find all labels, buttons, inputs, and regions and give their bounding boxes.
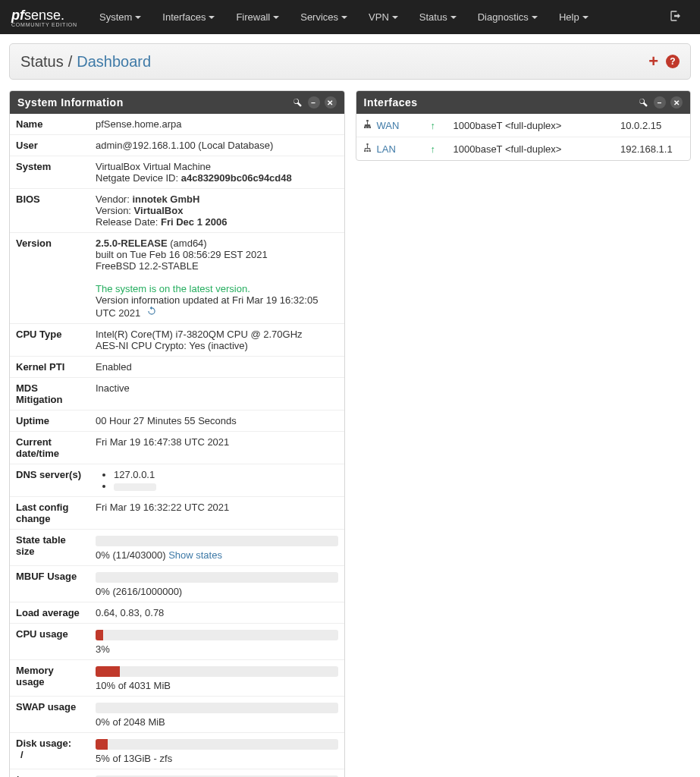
logo-pf: pf (11, 8, 24, 24)
help-icon[interactable]: ? (666, 55, 680, 68)
nav-vpn[interactable]: VPN (358, 0, 409, 34)
chevron-down-icon (450, 16, 457, 19)
iface-speed: 1000baseT <full-duplex> (447, 137, 615, 161)
chevron-down-icon (582, 16, 589, 19)
breadcrumb-page[interactable]: Dashboard (77, 53, 151, 71)
panel-title: Interfaces (364, 96, 638, 109)
nav-services[interactable]: Services (290, 0, 358, 34)
close-icon[interactable]: ✕ (670, 96, 683, 109)
iface-speed: 1000baseT <full-duplex> (447, 114, 615, 137)
minimize-icon[interactable]: − (308, 96, 320, 109)
chevron-down-icon (392, 16, 398, 19)
network-icon (363, 143, 372, 155)
refresh-icon[interactable] (146, 306, 157, 319)
arrow-up-icon: ↑ (431, 120, 436, 131)
nav-status[interactable]: Status (409, 0, 467, 34)
minimize-icon[interactable]: − (654, 96, 666, 109)
nav-diagnostics[interactable]: Diagnostics (467, 0, 548, 34)
logo-period: . (61, 8, 64, 24)
iface-ip: 192.168.1.1 (614, 137, 690, 161)
logout-icon[interactable] (659, 10, 692, 24)
wrench-icon[interactable] (291, 96, 303, 109)
nav-system[interactable]: System (89, 0, 152, 34)
iface-row: LAN ↑ 1000baseT <full-duplex> 192.168.1.… (356, 137, 691, 161)
nav-interfaces[interactable]: Interfaces (152, 0, 225, 34)
breadcrumb: Status / Dashboard + ? (9, 43, 691, 80)
chevron-down-icon (273, 16, 279, 19)
hostname-value: pfSense.home.arpa (89, 114, 344, 135)
chevron-down-icon (135, 16, 141, 19)
logo[interactable]: pfsense. COMMUNITY EDITION (0, 5, 89, 30)
iface-row: WAN ↑ 1000baseT <full-duplex> 10.0.2.15 (356, 114, 691, 137)
system-information-panel: System Information − ✕ NamepfSense.home.… (9, 90, 345, 777)
add-widget-button[interactable]: + (648, 52, 658, 71)
panel-title: System Information (17, 96, 291, 109)
logo-community-edition: COMMUNITY EDITION (11, 22, 77, 27)
breadcrumb-root: Status (20, 53, 64, 71)
interfaces-panel: Interfaces − ✕ WAN ↑ 1000baseT <full-dup… (356, 90, 692, 161)
version-status: The system is on the latest version. (96, 283, 338, 294)
nav-help[interactable]: Help (548, 0, 599, 34)
user-value: admin@192.168.1.100 (Local Database) (89, 135, 344, 156)
close-icon[interactable]: ✕ (325, 96, 337, 109)
nav-firewall[interactable]: Firewall (225, 0, 290, 34)
show-states-link[interactable]: Show states (168, 549, 222, 561)
nav-menu: System Interfaces Firewall Services VPN … (89, 0, 599, 34)
top-navbar: pfsense. COMMUNITY EDITION System Interf… (0, 0, 700, 34)
redacted-value (114, 483, 156, 491)
chevron-down-icon (209, 16, 215, 19)
chevron-down-icon (532, 16, 538, 19)
logo-sense: sense (24, 8, 61, 24)
arrow-up-icon: ↑ (431, 143, 436, 155)
chevron-down-icon (341, 16, 347, 19)
network-icon (363, 120, 372, 131)
iface-lan-link[interactable]: LAN (377, 143, 396, 155)
iface-wan-link[interactable]: WAN (377, 120, 400, 131)
iface-ip: 10.0.2.15 (614, 114, 690, 137)
wrench-icon[interactable] (637, 96, 649, 109)
